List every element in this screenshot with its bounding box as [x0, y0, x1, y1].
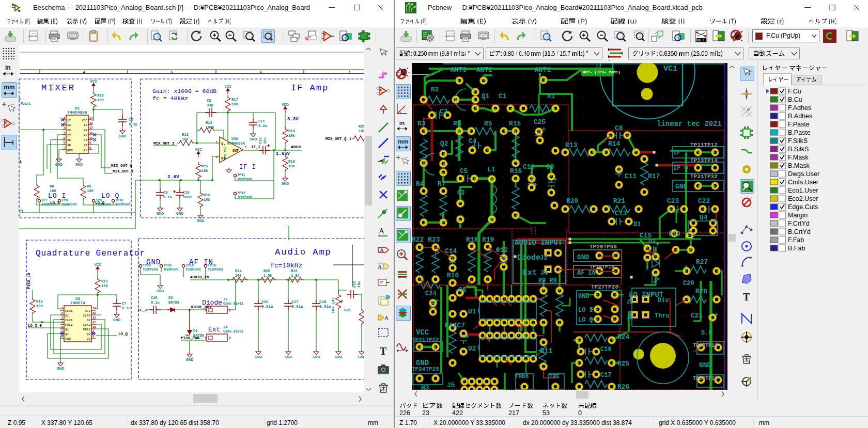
svg-text:10k: 10k — [202, 169, 208, 173]
svg-text:GND: GND — [675, 183, 688, 191]
svg-text:R16: R16 — [510, 167, 522, 175]
svg-text:2Y: 2Y — [67, 134, 71, 137]
svg-text:3Y: 3Y — [84, 149, 88, 152]
svg-text:6: 6 — [260, 70, 262, 74]
svg-text:4: 4 — [83, 70, 86, 74]
svg-text:0.01u: 0.01u — [319, 305, 331, 309]
svg-text:C9: C9 — [546, 163, 554, 171]
svg-text:L1: L1 — [487, 166, 495, 173]
svg-text:R6: R6 — [453, 120, 461, 128]
svg-text:10k: 10k — [288, 134, 295, 138]
svg-text:in: in — [5, 64, 11, 71]
svg-text:3E: 3E — [67, 144, 71, 147]
svg-text:R17: R17 — [648, 172, 660, 180]
svg-text:F.Adhes: F.Adhes — [788, 104, 811, 112]
svg-text:LO_Q: LO_Q — [95, 201, 105, 205]
svg-text:mm: mm — [4, 84, 14, 91]
svg-text:U1: U1 — [468, 308, 476, 315]
svg-text:R20: R20 — [359, 124, 364, 129]
svg-text:R10: R10 — [447, 272, 459, 279]
svg-text:Gain: x1000 = 60dB: Gain: x1000 = 60dB — [152, 88, 216, 94]
svg-text:100: 100 — [87, 189, 94, 193]
svg-text:R16: R16 — [204, 193, 210, 197]
svg-text:MIXER: MIXER — [41, 83, 75, 93]
svg-text:R25: R25 — [264, 269, 270, 273]
svg-text:R28: R28 — [695, 288, 708, 295]
svg-text:4Y: 4Y — [84, 134, 88, 137]
svg-text:100: 100 — [36, 304, 43, 308]
svg-text:LO_I: LO_I — [50, 201, 59, 205]
svg-text:R18: R18 — [288, 129, 295, 133]
svg-text:TP10: TP10 — [115, 198, 123, 202]
svg-text:C10: C10 — [523, 163, 535, 171]
svg-text:C15: C15 — [151, 296, 158, 300]
svg-text:VR1: VR1 — [344, 308, 351, 312]
svg-text:C16: C16 — [261, 300, 269, 304]
svg-text:7: 7 — [64, 146, 65, 150]
svg-text:U4: U4 — [700, 214, 708, 221]
svg-text:TP24TP25: TP24TP25 — [412, 366, 439, 372]
svg-text:C4: C4 — [469, 137, 477, 145]
svg-text:GND: GND — [255, 355, 262, 359]
svg-text:linear tec 2021: linear tec 2021 — [657, 120, 722, 128]
svg-text:BAT85: BAT85 — [168, 300, 179, 305]
svg-text:V-: V- — [221, 142, 225, 146]
svg-text:Q2: Q2 — [87, 332, 91, 336]
svg-text:LO Q: LO Q — [578, 316, 593, 324]
svg-text:TP16: TP16 — [208, 263, 216, 267]
svg-text:1.65V: 1.65V — [276, 151, 290, 156]
svg-text:2: 2 — [229, 309, 231, 312]
svg-text:2: 2 — [64, 121, 65, 125]
svg-text:14: 14 — [89, 116, 93, 120]
svg-text:T: T — [380, 345, 387, 357]
svg-text:TestPoint: TestPoint — [163, 267, 179, 271]
svg-text:GND: GND — [282, 182, 289, 185]
svg-text:Audio Amp: Audio Amp — [275, 247, 332, 257]
svg-text:AUDIO_IN: AUDIO_IN — [190, 275, 209, 279]
svg-text:CLK2: CLK2 — [83, 323, 91, 327]
svg-text:1Y: 1Y — [67, 119, 71, 122]
svg-text:TP11TP12: TP11TP12 — [690, 142, 718, 148]
svg-text:TP11: TP11 — [237, 173, 245, 177]
svg-text:VCC: VCC — [90, 80, 97, 83]
svg-text:GND: GND — [176, 212, 184, 215]
svg-text:D1: D1 — [193, 329, 197, 333]
svg-text:0.1u: 0.1u — [122, 306, 131, 310]
svg-text:F.Cu: F.Cu — [788, 88, 801, 95]
svg-text:TRE: TRE — [549, 373, 560, 379]
svg-text:Quadrature Generator: Quadrature Generator — [36, 249, 145, 258]
svg-text:TP19TP20: TP19TP20 — [693, 376, 718, 382]
svg-text:226: 226 — [399, 409, 410, 416]
svg-text:C20: C20 — [683, 280, 694, 287]
svg-text:TP31TP32: TP31TP32 — [690, 173, 718, 180]
svg-text:R24: R24 — [235, 269, 242, 273]
svg-text:R1: R1 — [547, 92, 555, 100]
svg-text:B.SilkS: B.SilkS — [788, 146, 809, 153]
svg-text:33p: 33p — [207, 103, 213, 107]
svg-text:GND: GND — [197, 219, 205, 223]
svg-text:R3: R3 — [417, 120, 426, 128]
svg-text:GND: GND — [577, 253, 590, 261]
svg-text:6: 6 — [64, 141, 65, 145]
svg-text:VCC: VCC — [82, 119, 87, 122]
svg-text:Margin: Margin — [788, 212, 808, 219]
svg-text:TP7: TP7 — [41, 198, 48, 202]
svg-text:B.CrtYd: B.CrtYd — [788, 228, 811, 235]
svg-text:IF I: IF I — [673, 149, 688, 156]
svg-text:TestPoint: TestPoint — [115, 202, 131, 206]
svg-text:100: 100 — [97, 98, 104, 102]
svg-text:GND: GND — [113, 318, 121, 322]
svg-text:2.6V: 2.6V — [167, 174, 179, 180]
svg-text:D2: D2 — [87, 319, 91, 322]
svg-text:IF Q: IF Q — [673, 165, 688, 172]
svg-text:100u: 100u — [183, 195, 192, 199]
svg-text:C23: C23 — [667, 197, 679, 205]
svg-text:R10: R10 — [97, 93, 104, 98]
svg-text:0.1u: 0.1u — [129, 122, 137, 126]
svg-text:10: 10 — [92, 325, 96, 329]
svg-text:74HC4066: 74HC4066 — [67, 110, 87, 115]
svg-text:GND: GND — [67, 149, 73, 152]
svg-text:2: 2 — [61, 311, 63, 315]
svg-text:C8: C8 — [207, 99, 211, 103]
svg-text:MIX_OUT_I: MIX_OUT_I — [153, 141, 175, 146]
